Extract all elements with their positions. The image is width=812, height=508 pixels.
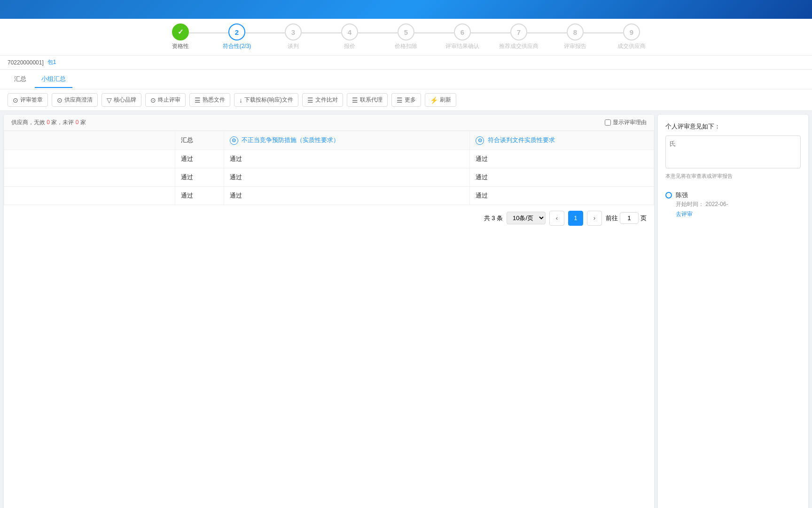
toolbar-btn-refresh[interactable]: ⚡刷新 [425, 93, 456, 107]
stats-invalid-unit: 家，未评 [51, 119, 74, 126]
reviewer-section: 陈强 开始时间： 2022-06- 去评审 [665, 187, 801, 222]
download-label: 下载投标(响应)文件 [244, 96, 293, 104]
download-icon: ↓ [239, 96, 242, 104]
stats-text: 供应商，无效 0 家，未评 0 家 [11, 119, 86, 127]
toolbar-btn-clarify[interactable]: ⊙供应商澄清 [52, 93, 98, 107]
step-label-8: 评审报告 [564, 42, 586, 50]
files-label: 熟悉文件 [203, 96, 225, 104]
next-page-btn[interactable]: › [587, 211, 602, 226]
right-panel-title: 个人评审意见如下： [665, 122, 801, 131]
brand-label: 核心品牌 [114, 96, 136, 104]
show-reason-checkbox[interactable]: 显示评审理由 [605, 119, 647, 127]
more-label: 更多 [405, 96, 416, 104]
step-item-7: 7 推荐成交供应商 [491, 24, 547, 50]
page-size-select[interactable]: 10条/页 20条/页 50条/页 [507, 212, 546, 224]
page-1-btn[interactable]: 1 [568, 211, 583, 226]
row-row1-negotiation: 通过 [470, 150, 654, 168]
toolbar-btn-download[interactable]: ↓下载投标(响应)文件 [234, 93, 298, 107]
brand-icon: ▽ [107, 96, 112, 104]
col-negotiation-icon: ⊙ [476, 136, 484, 145]
row-row2-summary: 通过 [175, 168, 224, 186]
goto-input[interactable] [620, 212, 639, 224]
comment-input[interactable] [665, 135, 801, 168]
toolbar-btn-compare[interactable]: ☰文件比对 [302, 93, 343, 107]
step-circle-8: 8 [567, 24, 584, 40]
data-table: 汇总 ⊙ 不正当竞争预防措施（实质性要求） ⊙ 符合谈判文件实质性要求 通过通过… [4, 131, 654, 205]
clarify-label: 供应商澄清 [64, 96, 93, 104]
reviewer-time: 开始时间： 2022-06- [676, 200, 801, 208]
right-panel: 个人评审意见如下： 本意见将在审查表或评审报告 陈强 开始时间： 2022-06… [658, 115, 808, 508]
toolbar-btn-more[interactable]: ☰更多 [391, 93, 421, 107]
tab-bar: 汇总小组汇总 [0, 70, 812, 89]
step-item-6: 6 评审结果确认 [434, 24, 491, 50]
reviewer-dot [665, 192, 672, 198]
compare-icon: ☰ [307, 96, 313, 104]
row-row2-negotiation: 通过 [470, 168, 654, 186]
col-unfair-label: 不正当竞争预防措施（实质性要求） [242, 136, 339, 143]
agent-icon: ☰ [352, 96, 358, 104]
toolbar-btn-agent[interactable]: ☰联系代理 [347, 93, 388, 107]
table-section: 供应商，无效 0 家，未评 0 家 显示评审理由 汇总 ⊙ [4, 115, 654, 508]
step-item-9: 9 成交供应商 [603, 24, 660, 50]
package-link[interactable]: 包1 [47, 58, 56, 66]
reviewer-link[interactable]: 去评审 [676, 210, 801, 218]
goto-suffix: 页 [640, 214, 647, 222]
table-row: 通过通过通过 [4, 150, 654, 168]
table-header-row: 汇总 ⊙ 不正当竞争预防措施（实质性要求） ⊙ 符合谈判文件实质性要求 [4, 131, 654, 150]
stats-bar: 供应商，无效 0 家，未评 0 家 显示评审理由 [4, 115, 654, 131]
step-circle-6: 6 [454, 24, 471, 40]
step-label-3: 谈判 [288, 42, 299, 50]
id-bar: 70220000001] 包1 [0, 56, 812, 70]
reviewer-item: 陈强 开始时间： 2022-06- 去评审 [665, 187, 801, 222]
row-row3-name[interactable] [4, 186, 175, 205]
step-item-5: 5 价格扣除 [378, 24, 434, 50]
stop-label: 终止评审 [158, 96, 180, 104]
stop-icon: ⊙ [150, 96, 156, 104]
main-content: 供应商，无效 0 家，未评 0 家 显示评审理由 汇总 ⊙ [0, 111, 812, 508]
toolbar-btn-sign[interactable]: ⊙评审签章 [8, 93, 48, 107]
top-header [0, 0, 812, 19]
row-row1-name [4, 150, 175, 168]
clarify-icon: ⊙ [57, 96, 62, 104]
step-label-5: 价格扣除 [395, 42, 417, 50]
show-reason-label: 显示评审理由 [613, 119, 647, 127]
step-label-9: 成交供应商 [617, 42, 646, 50]
tab-group_summary[interactable]: 小组汇总 [35, 71, 72, 88]
row-row3-unfair: 通过 [224, 186, 469, 205]
step-circle-4: 4 [341, 24, 358, 40]
page-goto: 前往 页 [606, 212, 647, 224]
prev-page-btn[interactable]: ‹ [549, 211, 564, 226]
reviewer-time-value: 2022-06- [705, 201, 728, 207]
step-circle-3: 3 [285, 24, 302, 40]
tab-summary[interactable]: 汇总 [8, 71, 33, 88]
pagination-total: 共 3 条 [484, 214, 503, 222]
step-circle-2: 2 [228, 24, 245, 40]
compare-label: 文件比对 [315, 96, 338, 104]
table-row: 通过通过通过 [4, 168, 654, 186]
stats-unreviewed-unit: 家 [80, 119, 86, 126]
more-icon: ☰ [397, 96, 403, 104]
toolbar-btn-files[interactable]: ☰熟悉文件 [189, 93, 230, 107]
row-row2-name[interactable] [4, 168, 175, 186]
reviewer-time-prefix: 开始时间： [676, 201, 704, 207]
step-item-4: 4 报价 [321, 24, 378, 50]
step-item-1[interactable]: ✓ 资格性 [152, 24, 209, 50]
stats-invalid-count: 0 [47, 119, 50, 126]
show-reason-input[interactable] [605, 119, 611, 126]
project-id: 70220000001] [8, 59, 44, 66]
toolbar-btn-brand[interactable]: ▽核心品牌 [102, 93, 141, 107]
step-circle-5: 5 [398, 24, 414, 40]
row-row1-unfair: 通过 [224, 150, 469, 168]
stats-invalid-label: 供应商，无效 [11, 119, 45, 126]
col-negotiation-header: ⊙ 符合谈判文件实质性要求 [470, 131, 654, 150]
step-circle-9: 9 [623, 24, 640, 40]
col-unfair-header: ⊙ 不正当竞争预防措施（实质性要求） [224, 131, 469, 150]
col-unfair-icon: ⊙ [230, 136, 238, 145]
toolbar-btn-stop[interactable]: ⊙终止评审 [145, 93, 186, 107]
col-name-header [4, 131, 175, 150]
step-bar: ✓ 资格性 2 符合性(2/3) 3 谈判 4 报价 5 价格扣除 6 评审结果… [0, 19, 812, 56]
step-label-6: 评审结果确认 [445, 42, 479, 50]
step-item-2[interactable]: 2 符合性(2/3) [209, 24, 265, 50]
stats-unreviewed-count: 0 [76, 119, 79, 126]
row-row3-negotiation: 通过 [470, 186, 654, 205]
